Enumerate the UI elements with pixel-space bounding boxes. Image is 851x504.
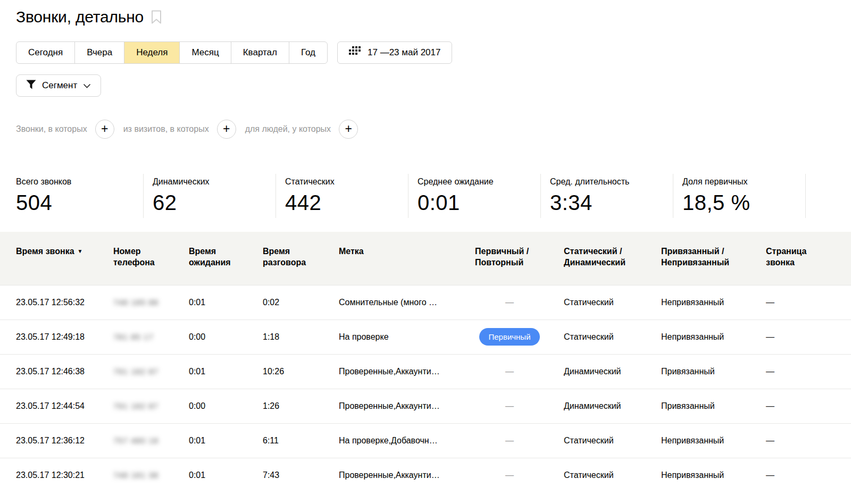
first-repeat-cell: Первичный (475, 320, 564, 354)
phone-blurred: 757 480 18 (113, 423, 189, 458)
wait-time: 0:01 (189, 423, 263, 458)
call-label: Проверенные,Аккаунти… (339, 458, 475, 492)
call-page: — (766, 389, 851, 423)
col-header-wait-time[interactable]: Времяожидания (189, 232, 263, 285)
bound-status: Непривязанный (661, 285, 766, 320)
date-range-button[interactable]: 17 —23 май 2017 (337, 41, 452, 64)
call-label: Сомнительные (много … (339, 285, 475, 320)
talk-time: 7:43 (263, 458, 339, 492)
call-page: — (766, 458, 851, 492)
primary-badge: Первичный (479, 328, 539, 346)
sort-desc-icon: ▼ (78, 248, 83, 254)
bookmark-icon[interactable] (151, 10, 162, 27)
call-time: 23.05.17 12:46:38 (0, 354, 113, 389)
calendar-grid-icon (349, 46, 361, 59)
tab-year[interactable]: Год (289, 42, 327, 63)
first-repeat-cell: — (475, 285, 564, 320)
page-title: Звонки, детально (16, 8, 144, 26)
talk-time: 6:11 (263, 423, 339, 458)
phone-blurred: 748 181 38 (113, 458, 189, 492)
call-page: — (766, 423, 851, 458)
phone-blurred: 791 182 87 (113, 354, 189, 389)
first-repeat-cell: — (475, 458, 564, 492)
col-header-bound[interactable]: Привязанный /Непривязанный (661, 232, 766, 285)
metric-dynamic: Динамических 62 (144, 174, 276, 218)
filter-visits-label: из визитов, в которых (123, 124, 209, 134)
call-label: На проверке (339, 320, 475, 354)
talk-time: 1:18 (263, 320, 339, 354)
table-row[interactable]: 23.05.17 12:56:32 748 185 88 0:01 0:02 С… (0, 285, 851, 320)
tab-week[interactable]: Неделя (124, 42, 179, 63)
table-header-row: Время звонка▼ Номертелефона Времяожидани… (0, 232, 851, 285)
phone-blurred: 791 182 87 (113, 389, 189, 423)
phone-blurred: 781 85 17 (113, 320, 189, 354)
segment-label: Сегмент (42, 80, 77, 91)
table-row[interactable]: 23.05.17 12:30:21 748 181 38 0:01 7:43 П… (0, 458, 851, 492)
static-dynamic: Динамический (564, 389, 661, 423)
calls-table: Время звонка▼ Номертелефона Времяожидани… (0, 232, 851, 492)
filter-builder-row: Звонки, в которых + из визитов, в которы… (16, 120, 851, 139)
bound-status: Непривязанный (661, 458, 766, 492)
phone-blurred: 748 185 88 (113, 285, 189, 320)
talk-time: 1:26 (263, 389, 339, 423)
summary-metrics: Всего звонков 504 Динамических 62 Статич… (16, 174, 851, 218)
call-time: 23.05.17 12:49:18 (0, 320, 113, 354)
col-header-static-dynamic[interactable]: Статический /Динамический (564, 232, 661, 285)
metric-first-share: Доля первичных 18,5 % (673, 174, 806, 218)
period-tab-group: Сегодня Вчера Неделя Месяц Квартал Год (16, 41, 328, 64)
table-row[interactable]: 23.05.17 12:44:54 791 182 87 0:00 1:26 П… (0, 389, 851, 423)
col-header-label[interactable]: Метка (339, 232, 475, 285)
static-dynamic: Динамический (564, 354, 661, 389)
call-time: 23.05.17 12:56:32 (0, 285, 113, 320)
col-header-call-page[interactable]: Страницазвонка (766, 232, 851, 285)
talk-time: 10:26 (263, 354, 339, 389)
page-header: Звонки, детально (16, 7, 851, 27)
segment-button[interactable]: Сегмент (16, 74, 101, 97)
first-repeat-cell: — (475, 423, 564, 458)
table-row[interactable]: 23.05.17 12:46:38 791 182 87 0:01 10:26 … (0, 354, 851, 389)
tab-month[interactable]: Месяц (179, 42, 230, 63)
tab-quarter[interactable]: Квартал (231, 42, 289, 63)
bound-status: Привязанный (661, 389, 766, 423)
date-range-label: 17 —23 май 2017 (368, 47, 440, 58)
call-time: 23.05.17 12:30:21 (0, 458, 113, 492)
talk-time: 0:02 (263, 285, 339, 320)
bound-status: Непривязанный (661, 423, 766, 458)
col-header-phone[interactable]: Номертелефона (113, 232, 189, 285)
call-time: 23.05.17 12:44:54 (0, 389, 113, 423)
filter-people-label: для людей, у которых (245, 124, 331, 134)
table-row[interactable]: 23.05.17 12:36:12 757 480 18 0:01 6:11 Н… (0, 423, 851, 458)
tab-yesterday[interactable]: Вчера (74, 42, 124, 63)
static-dynamic: Статический (564, 285, 661, 320)
call-label: Проверенные,Аккаунти… (339, 389, 475, 423)
static-dynamic: Статический (564, 320, 661, 354)
wait-time: 0:00 (189, 389, 263, 423)
call-page: — (766, 285, 851, 320)
col-header-first-repeat[interactable]: Первичный /Повторный (475, 232, 564, 285)
static-dynamic: Статический (564, 458, 661, 492)
filter-calls-label: Звонки, в которых (16, 124, 87, 134)
call-label: Проверенные,Аккаунти… (339, 354, 475, 389)
call-page: — (766, 354, 851, 389)
first-repeat-cell: — (475, 389, 564, 423)
call-page: — (766, 320, 851, 354)
tab-today[interactable]: Сегодня (16, 42, 74, 63)
add-call-filter-button[interactable]: + (95, 120, 114, 139)
wait-time: 0:01 (189, 458, 263, 492)
wait-time: 0:01 (189, 354, 263, 389)
first-repeat-cell: — (475, 354, 564, 389)
wait-time: 0:01 (189, 285, 263, 320)
wait-time: 0:00 (189, 320, 263, 354)
col-header-call-time[interactable]: Время звонка▼ (0, 232, 113, 285)
add-people-filter-button[interactable]: + (339, 120, 358, 139)
chevron-down-icon (83, 80, 91, 91)
metric-total-calls: Всего звонков 504 (16, 174, 144, 218)
table-row[interactable]: 23.05.17 12:49:18 781 85 17 0:00 1:18 На… (0, 320, 851, 354)
filter-funnel-icon (26, 80, 36, 92)
bound-status: Привязанный (661, 354, 766, 389)
call-label: На проверке,Добавочн… (339, 423, 475, 458)
call-time: 23.05.17 12:36:12 (0, 423, 113, 458)
col-header-talk-time[interactable]: Времяразговора (263, 232, 339, 285)
period-selector: Сегодня Вчера Неделя Месяц Квартал Год 1… (16, 41, 851, 64)
add-visit-filter-button[interactable]: + (217, 120, 236, 139)
